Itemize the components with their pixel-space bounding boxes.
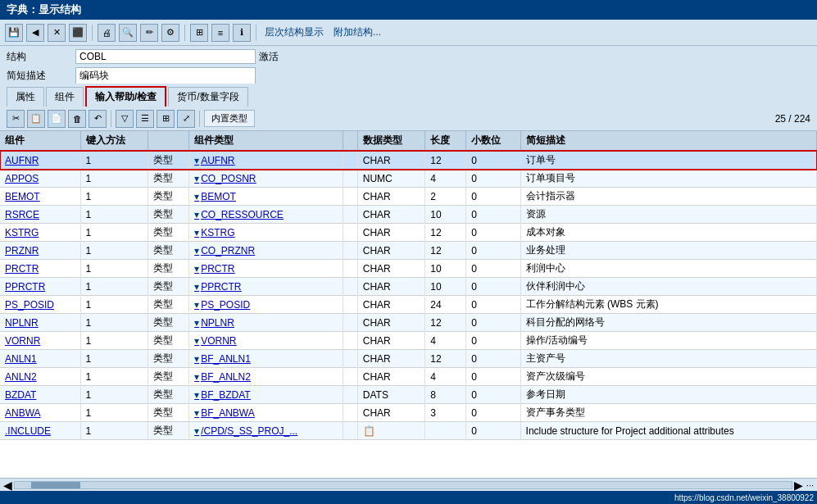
cell-comp-type[interactable]: ▾NPLNR [189, 314, 343, 332]
settings-icon[interactable]: ⚙ [161, 24, 179, 42]
cell-desc: Include structure for Project additional… [520, 422, 816, 440]
cell-component[interactable]: NPLNR [0, 314, 80, 332]
cut-icon[interactable]: ✂ [7, 110, 25, 128]
table-row[interactable]: .INCLUDE1类型▾/CPD/S_SS_PROJ_...📋0Include … [0, 422, 817, 440]
cell-method: 类型 [148, 404, 189, 422]
horizontal-scrollbar[interactable] [14, 481, 792, 489]
scrollbar-thumb[interactable] [31, 482, 80, 488]
add-structure-btn[interactable]: 附加结构... [330, 24, 384, 41]
cell-comp-type[interactable]: ▾AUFNR [189, 151, 343, 170]
cell-comp-type[interactable]: ▾BF_BZDAT [189, 386, 343, 404]
cancel-icon[interactable]: ⬛ [69, 24, 87, 42]
table-row[interactable]: APPOS1类型▾CO_POSNRNUMC40订单项目号 [0, 170, 817, 188]
layout-icon[interactable]: ⊞ [190, 24, 208, 42]
hierarchy-display-btn[interactable]: 层次结构显示 [261, 24, 327, 41]
cell-comp-type[interactable]: ▾PS_POSID [189, 296, 343, 314]
cell-length [425, 422, 466, 440]
cell-component[interactable]: AUFNR [0, 151, 80, 170]
cell-component[interactable]: BEMOT [0, 188, 80, 206]
table-row[interactable]: VORNR1类型▾VORNRCHAR40操作/活动编号 [0, 332, 817, 350]
cell-component[interactable]: PPRCTR [0, 278, 80, 296]
cell-comp-type[interactable]: ▾BF_ANLN1 [189, 350, 343, 368]
edit-icon[interactable]: ✏ [140, 24, 158, 42]
col-component: 组件 [0, 131, 80, 151]
table-row[interactable]: BZDAT1类型▾BF_BZDATDATS80参考日期 [0, 386, 817, 404]
paste-icon[interactable]: 📄 [48, 110, 66, 128]
table-row[interactable]: PRZNR1类型▾CO_PRZNRCHAR120业务处理 [0, 242, 817, 260]
cell-component[interactable]: APPOS [0, 170, 80, 188]
delete-icon[interactable]: 🗑 [68, 110, 86, 128]
scrollbar-area: ◀ ▶ ··· [0, 478, 817, 491]
cell-component[interactable]: PS_POSID [0, 296, 80, 314]
table-row[interactable]: BEMOT1类型▾BEMOTCHAR20会计指示器 [0, 188, 817, 206]
cell-arrow [343, 368, 358, 386]
cell-key: 1 [80, 386, 148, 404]
exit-icon[interactable]: ✕ [48, 24, 66, 42]
cell-arrow [343, 170, 358, 188]
cell-comp-type[interactable]: ▾BEMOT [189, 188, 343, 206]
cell-comp-type[interactable]: ▾KSTRG [189, 224, 343, 242]
table-row[interactable]: NPLNR1类型▾NPLNRCHAR120科目分配的网络号 [0, 314, 817, 332]
cell-comp-type[interactable]: ▾PPRCTR [189, 278, 343, 296]
table-row[interactable]: PS_POSID1类型▾PS_POSIDCHAR240工作分解结构元素 (WBS… [0, 296, 817, 314]
table-row[interactable]: PRCTR1类型▾PRCTRCHAR100利润中心 [0, 260, 817, 278]
cell-component[interactable]: RSRCE [0, 206, 80, 224]
tab-components[interactable]: 组件 [46, 87, 84, 107]
table-row[interactable]: ANBWA1类型▾BF_ANBWACHAR30资产事务类型 [0, 404, 817, 422]
cell-comp-type[interactable]: ▾VORNR [189, 332, 343, 350]
table-row[interactable]: RSRCE1类型▾CO_RESSOURCECHAR100资源 [0, 206, 817, 224]
scroll-right-btn[interactable]: ▶ [794, 479, 803, 492]
cell-arrow [343, 422, 358, 440]
cell-component[interactable]: ANLN2 [0, 368, 80, 386]
cell-key: 1 [80, 278, 148, 296]
cell-component[interactable]: BZDAT [0, 386, 80, 404]
cell-comp-type[interactable]: ▾BF_ANBWA [189, 404, 343, 422]
cell-desc: 主资产号 [520, 350, 816, 368]
save-icon[interactable]: 💾 [5, 24, 23, 42]
filter-icon[interactable]: ▽ [116, 110, 134, 128]
table-row[interactable]: ANLN21类型▾BF_ANLN2CHAR40资产次级编号 [0, 368, 817, 386]
cell-desc: 资源 [520, 206, 816, 224]
table-row[interactable]: AUFNR1类型▾AUFNRCHAR120订单号 [0, 151, 817, 170]
info-icon[interactable]: ℹ [233, 24, 251, 42]
undo-icon[interactable]: ↶ [89, 110, 107, 128]
cell-component[interactable]: .INCLUDE [0, 422, 80, 440]
cell-comp-type[interactable]: ▾CO_PRZNR [189, 242, 343, 260]
cell-component[interactable]: VORNR [0, 332, 80, 350]
sep1 [92, 25, 93, 41]
print-icon[interactable]: 🖨 [98, 24, 116, 42]
cell-data-type: CHAR [357, 224, 425, 242]
cell-decimal: 0 [466, 332, 520, 350]
cell-comp-type[interactable]: ▾BF_ANLN2 [189, 368, 343, 386]
scroll-left-btn[interactable]: ◀ [3, 479, 12, 492]
table-row[interactable]: KSTRG1类型▾KSTRGCHAR120成本对象 [0, 224, 817, 242]
cell-method: 类型 [148, 242, 189, 260]
cell-comp-type[interactable]: ▾/CPD/S_SS_PROJ_... [189, 422, 343, 440]
cell-component[interactable]: ANLN1 [0, 350, 80, 368]
back-icon[interactable]: ◀ [26, 24, 44, 42]
cell-comp-type[interactable]: ▾CO_POSNR [189, 170, 343, 188]
cell-decimal: 0 [466, 314, 520, 332]
cell-component[interactable]: PRCTR [0, 260, 80, 278]
tab-input-help[interactable]: 输入帮助/检查 [85, 86, 166, 107]
tab-attributes[interactable]: 属性 [7, 87, 44, 107]
group-icon[interactable]: ⊞ [157, 110, 175, 128]
inner-type-button[interactable]: 内置类型 [204, 110, 255, 127]
align-icon[interactable]: ≡ [211, 24, 229, 42]
cell-method: 类型 [148, 170, 189, 188]
cell-arrow [343, 206, 358, 224]
tab-currency[interactable]: 货币/数量字段 [168, 87, 247, 107]
table-row[interactable]: ANLN11类型▾BF_ANLN1CHAR120主资产号 [0, 350, 817, 368]
find-icon[interactable]: 🔍 [119, 24, 137, 42]
cell-comp-type[interactable]: ▾PRCTR [189, 260, 343, 278]
cell-length: 4 [425, 332, 466, 350]
short-desc-label: 简短描述 [7, 69, 72, 83]
cell-component[interactable]: ANBWA [0, 404, 80, 422]
cell-component[interactable]: PRZNR [0, 242, 80, 260]
expand-icon[interactable]: ⤢ [177, 110, 195, 128]
cell-component[interactable]: KSTRG [0, 224, 80, 242]
list-icon[interactable]: ☰ [136, 110, 154, 128]
table-row[interactable]: PPRCTR1类型▾PPRCTRCHAR100伙伴利润中心 [0, 278, 817, 296]
copy-icon[interactable]: 📋 [27, 110, 45, 128]
cell-comp-type[interactable]: ▾CO_RESSOURCE [189, 206, 343, 224]
